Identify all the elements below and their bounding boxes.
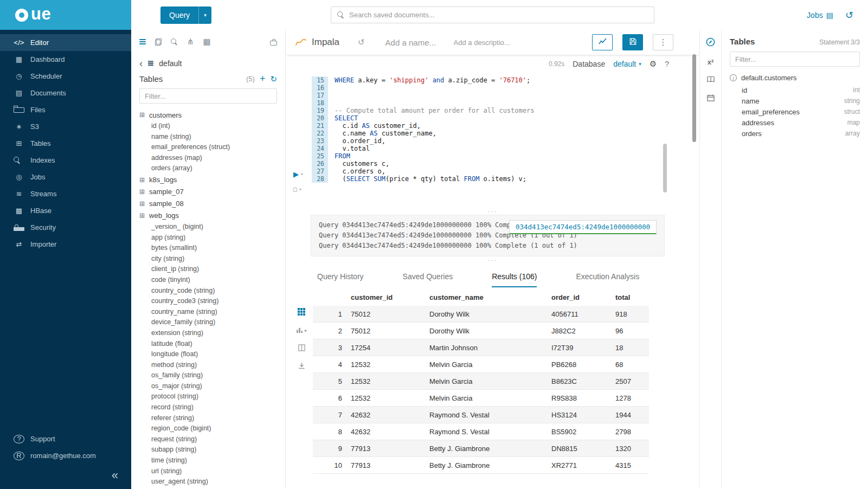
assist-column[interactable]: app (string) bbox=[139, 233, 277, 243]
query-history-icon[interactable]: ↺ bbox=[358, 37, 365, 47]
assist-column[interactable]: client_ip (string) bbox=[139, 264, 277, 275]
column-row[interactable]: idint bbox=[730, 85, 860, 95]
sidebar-item-files[interactable]: Files bbox=[0, 101, 131, 118]
assist-table-customers[interactable]: ⊞customers bbox=[139, 109, 277, 121]
sidebar-item-hbase[interactable]: ▩HBase bbox=[0, 202, 131, 219]
database-select[interactable]: default ▾ bbox=[613, 60, 641, 68]
assist-column[interactable]: protocol (string) bbox=[139, 391, 277, 402]
tab-execution-analysis[interactable]: Execution Analysis bbox=[576, 272, 639, 287]
settings-gear-icon[interactable]: ⚙ bbox=[650, 59, 657, 69]
resize-handle-top[interactable]: ··· bbox=[286, 208, 699, 215]
sidebar-item-importer[interactable]: ⇄Importer bbox=[0, 236, 131, 253]
table-row[interactable]: 742632Raymond S. VestalHS31241944 bbox=[313, 407, 649, 423]
sidebar-item-dashboard[interactable]: ▦Dashboard bbox=[0, 51, 131, 68]
active-table-link[interactable]: i default.customers bbox=[730, 74, 860, 82]
assist-column[interactable]: time (string) bbox=[139, 455, 277, 466]
tab-saved-queries[interactable]: Saved Queries bbox=[403, 272, 453, 287]
assist-column[interactable]: subapp (string) bbox=[139, 445, 277, 455]
new-query-button[interactable]: Query ▾ bbox=[160, 7, 211, 24]
breadcrumb-database-name[interactable]: default bbox=[159, 59, 182, 68]
table-row[interactable]: 175012Dorothy Wilk4056711918 bbox=[313, 306, 649, 323]
assist-column[interactable]: extension (string) bbox=[139, 328, 277, 339]
search-icon[interactable] bbox=[171, 38, 178, 46]
sidebar-item-streams[interactable]: ≋Streams bbox=[0, 185, 131, 202]
save-button[interactable] bbox=[622, 34, 643, 50]
database-icon[interactable] bbox=[139, 39, 146, 41]
copy-icon[interactable] bbox=[155, 38, 162, 46]
sitemap-icon[interactable]: ⋔ bbox=[187, 37, 194, 47]
query-name-input[interactable] bbox=[385, 38, 446, 47]
assist-column[interactable]: country_code3 (string) bbox=[139, 296, 277, 307]
column-row[interactable]: namestring bbox=[730, 95, 860, 106]
sidebar-item-documents[interactable]: ▤Documents bbox=[0, 85, 131, 101]
assist-column[interactable]: request (string) bbox=[139, 434, 277, 445]
assist-column[interactable]: country_code (string) bbox=[139, 286, 277, 297]
table-row[interactable]: 612532Melvin GarciaR9S8381278 bbox=[313, 390, 649, 407]
assist-column[interactable]: _version_ (bigint) bbox=[139, 222, 277, 233]
sidebar-item-scheduler[interactable]: ◷Scheduler bbox=[0, 68, 131, 85]
assistant-button[interactable] bbox=[706, 37, 715, 48]
table-row[interactable]: 512532Melvin GarciaB8623C2507 bbox=[313, 373, 649, 390]
superscript-button[interactable]: x² bbox=[708, 58, 714, 66]
assist-column[interactable]: device_family (string) bbox=[139, 317, 277, 328]
assist-column[interactable]: user_agent (string) bbox=[139, 477, 277, 487]
sidebar-footer-romain-gethue-com[interactable]: Rromain@gethue.com bbox=[0, 447, 131, 464]
execute-button[interactable]: ▶ ▾ bbox=[293, 170, 304, 179]
grid-view-button[interactable] bbox=[298, 308, 305, 318]
assist-column[interactable]: id (int) bbox=[139, 121, 277, 132]
hue-logo[interactable]: ue bbox=[0, 0, 131, 30]
sql-editor[interactable]: 15WHERE a.key = 'shipping' and a.zip_cod… bbox=[286, 73, 699, 208]
resize-handle-bottom[interactable]: ··· bbox=[286, 256, 699, 263]
calendar-button[interactable] bbox=[707, 94, 715, 103]
assist-column[interactable]: email_preferences (struct) bbox=[139, 142, 277, 153]
assist-column[interactable]: orders (array) bbox=[139, 163, 277, 174]
table-row[interactable]: 977913Betty J. GiambroneDN88151320 bbox=[313, 440, 649, 457]
assist-table-sample-07[interactable]: ⊞sample_07 bbox=[139, 186, 277, 198]
assist-column[interactable]: os_family (string) bbox=[139, 370, 277, 381]
assist-table-web-logs[interactable]: ⊞web_logs bbox=[139, 210, 277, 222]
add-table-button[interactable]: + bbox=[260, 74, 266, 83]
assist-column[interactable]: addresses (map) bbox=[139, 153, 277, 164]
assist-column[interactable]: url (string) bbox=[139, 466, 277, 477]
sidebar-collapse-button[interactable]: « bbox=[0, 465, 131, 489]
column-row[interactable]: email_preferencesstruct bbox=[730, 106, 860, 117]
tab-results-106[interactable]: Results (106) bbox=[492, 272, 537, 287]
bar-chart-button[interactable]: ▾ bbox=[296, 326, 307, 336]
help-icon[interactable]: ? bbox=[665, 60, 669, 68]
assist-column[interactable]: country_name (string) bbox=[139, 307, 277, 318]
sidebar-item-security[interactable]: Security bbox=[0, 219, 131, 236]
table-row[interactable]: 275012Dorothy WilkJ882C296 bbox=[313, 323, 649, 339]
assist-column[interactable]: method (string) bbox=[139, 360, 277, 371]
assist-column[interactable]: latitude (float) bbox=[139, 339, 277, 350]
assist-column[interactable]: name (string) bbox=[139, 132, 277, 143]
column-row[interactable]: ordersarray bbox=[730, 128, 860, 139]
query-id-tooltip[interactable]: 034d413ec7474ed5:4249de1000000000 bbox=[509, 220, 657, 234]
assist-table-sample-08[interactable]: ⊞sample_08 bbox=[139, 198, 277, 210]
assist-column[interactable]: os_major (string) bbox=[139, 381, 277, 392]
table-row[interactable]: 317254Martin JohnsonI72T3918 bbox=[313, 339, 649, 356]
bag-icon[interactable] bbox=[270, 41, 277, 46]
query-caret-icon[interactable]: ▾ bbox=[198, 7, 211, 24]
assist-column[interactable]: referer (string) bbox=[139, 413, 277, 424]
assist-column[interactable]: code (tinyint) bbox=[139, 275, 277, 286]
assist-column[interactable]: longitude (float) bbox=[139, 349, 277, 360]
sidebar-item-jobs[interactable]: ◎Jobs bbox=[0, 169, 131, 185]
assist-column[interactable]: region_code (bigint) bbox=[139, 423, 277, 434]
more-actions-button[interactable]: ⋮ bbox=[653, 34, 673, 50]
panel-scrollbar[interactable] bbox=[692, 54, 696, 142]
refresh-tables-button[interactable]: ↻ bbox=[270, 75, 277, 83]
assist-column[interactable]: record (string) bbox=[139, 402, 277, 413]
sidebar-item-editor[interactable]: </>Editor bbox=[0, 34, 131, 51]
table-row[interactable]: 412532Melvin GarciaPB626868 bbox=[313, 356, 649, 373]
jobs-link[interactable]: Jobs ▤ bbox=[807, 11, 833, 20]
chevron-left-icon[interactable]: ‹ bbox=[139, 59, 143, 67]
history-icon[interactable]: ↺ bbox=[845, 10, 853, 20]
book-button[interactable] bbox=[707, 76, 715, 85]
table-row[interactable]: 1077913Betty J. GiambroneXR27714315 bbox=[313, 457, 649, 474]
assist-table-k8s-logs[interactable]: ⊞k8s_logs bbox=[139, 174, 277, 186]
query-description-input[interactable] bbox=[454, 38, 520, 47]
right-panel-filter-input[interactable] bbox=[730, 52, 860, 67]
column-row[interactable]: addressesmap bbox=[730, 117, 860, 128]
global-search[interactable] bbox=[331, 7, 654, 23]
assist-column[interactable]: city (string) bbox=[139, 254, 277, 265]
